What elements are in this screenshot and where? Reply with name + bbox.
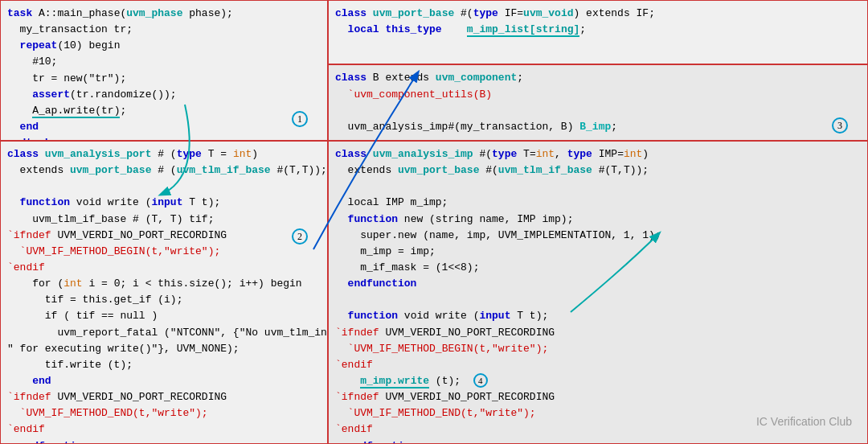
code-line xyxy=(7,179,321,195)
code-line: repeat(10) begin xyxy=(7,38,321,54)
code-line: if ( tif == null ) xyxy=(7,308,321,324)
code-line: tif = this.get_if (i); xyxy=(7,292,321,308)
code-line: m_imp = imp; xyxy=(335,244,861,260)
code-line: `ifndef UVM_VERDI_NO_PORT_RECORDING xyxy=(335,389,861,405)
code-line: tr = new("tr"); xyxy=(7,71,321,87)
code-line: local this_type m_imp_list[string]; xyxy=(335,22,861,38)
main-container: task A::main_phase(uvm_phase phase); my_… xyxy=(0,0,868,444)
code-line: `endif xyxy=(7,260,321,276)
code-line xyxy=(335,292,861,308)
code-line: my_transaction tr; xyxy=(7,22,321,38)
code-line: super.new (name, imp, UVM_IMPLEMENTATION… xyxy=(335,228,861,244)
code-line: function void write (input T t); xyxy=(7,195,321,211)
code-line: local IMP m_imp; xyxy=(335,195,861,211)
code-line: uvm_report_fatal ("NTCONN", {"No uvm_tlm… xyxy=(7,325,321,341)
code-line: `ifndef UVM_VERDI_NO_PORT_RECORDING xyxy=(335,325,861,341)
code-line: function new (string name, IMP imp); xyxy=(335,212,861,228)
code-line: class uvm_analysis_imp #(type T=int, typ… xyxy=(335,146,861,162)
code-line: endfunction xyxy=(335,438,861,444)
circle-marker-3: 3 xyxy=(832,117,848,134)
code-line: task A::main_phase(uvm_phase phase); xyxy=(7,6,321,22)
code-line: end xyxy=(7,373,321,389)
code-line: end xyxy=(7,119,321,135)
code-line: uvm_tlm_if_base # (T, T) tif; xyxy=(7,212,321,228)
code-line: extends uvm_port_base #(uvm_tlm_if_base … xyxy=(335,162,861,179)
code-line: class uvm_port_base #(type IF=uvm_void) … xyxy=(335,6,861,22)
code-line: `UVM_IF_METHOD_END(t,"write"); xyxy=(7,405,321,421)
code-line: A_ap.write(tr); xyxy=(7,103,321,119)
panel-top-right: class uvm_port_base #(type IF=uvm_void) … xyxy=(328,0,868,141)
code-line: class uvm_analysis_port # (type T = int) xyxy=(7,146,321,162)
panel-top-left: task A::main_phase(uvm_phase phase); my_… xyxy=(0,0,328,141)
circle-marker-4: 4 xyxy=(473,373,488,388)
code-line: #10; xyxy=(7,54,321,70)
watermark: IC Verification Club xyxy=(756,415,852,428)
code-line: `endif xyxy=(7,421,321,438)
code-line: extends uvm_port_base # (uvm_tlm_if_base… xyxy=(7,162,321,179)
code-line: `UVM_IF_METHOD_BEGIN(t,"write"); xyxy=(7,244,321,260)
code-line: for (int i = 0; i < this.size(); i++) be… xyxy=(7,276,321,292)
code-line: endfunction xyxy=(335,276,861,292)
code-line: m_imp.write (t); 4 xyxy=(335,373,861,389)
panel-top-right-2: class B extends uvm_component; `uvm_comp… xyxy=(328,64,868,141)
code-line: `ifndef UVM_VERDI_NO_PORT_RECORDING xyxy=(7,228,321,244)
code-line: m_if_mask = (1<<8); xyxy=(335,260,861,276)
code-line: `UVM_IF_METHOD_BEGIN(t,"write"); xyxy=(335,341,861,357)
panel-top-right-1: class uvm_port_base #(type IF=uvm_void) … xyxy=(328,0,868,64)
circle-marker-1: 1 xyxy=(292,111,308,127)
code-line: " for executing write()"}, UVM_NONE); xyxy=(7,341,321,357)
code-line: assert(tr.randomize()); xyxy=(7,87,321,103)
code-line: endfunction xyxy=(7,438,321,444)
code-line: `ifndef UVM_VERDI_NO_PORT_RECORDING xyxy=(7,389,321,405)
panel-bottom-right: class uvm_analysis_imp #(type T=int, typ… xyxy=(328,141,868,444)
code-line: uvm_analysis_imp#(my_transaction, B) B_i… xyxy=(335,119,861,135)
code-line: endtask xyxy=(7,135,321,141)
code-line: function void write (input T t); xyxy=(335,308,861,324)
circle-marker-2: 2 xyxy=(292,228,308,245)
code-line xyxy=(335,179,861,195)
code-line: class B extends uvm_component; xyxy=(335,70,861,86)
code-line: `endif xyxy=(335,357,861,373)
code-line: `uvm_component_utils(B) xyxy=(335,87,861,103)
code-line: tif.write (t); xyxy=(7,357,321,373)
code-line xyxy=(335,103,861,119)
panel-bottom-left: class uvm_analysis_port # (type T = int)… xyxy=(0,141,328,444)
